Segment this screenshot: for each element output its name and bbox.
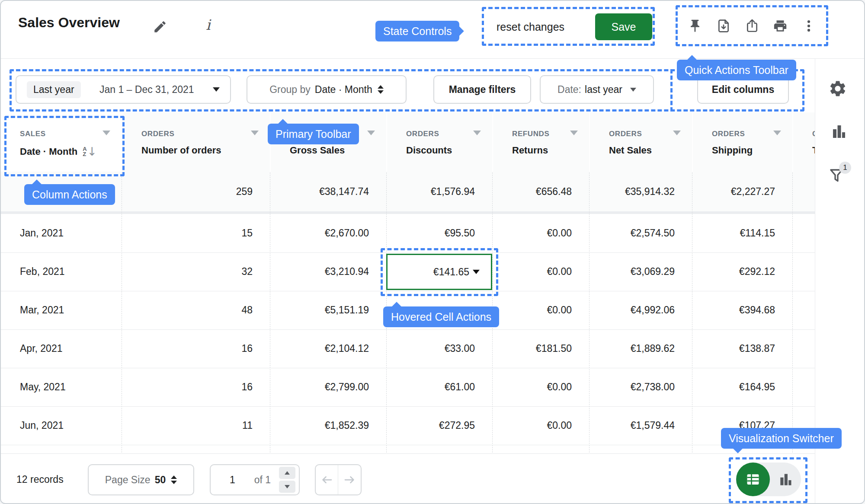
page-decrement-button[interactable] bbox=[279, 481, 295, 493]
table-cell[interactable]: 15 bbox=[122, 214, 270, 252]
hovered-cell[interactable]: €141.65 bbox=[386, 254, 492, 290]
table-view-toggle[interactable] bbox=[736, 463, 770, 496]
row-label[interactable]: May, 2021 bbox=[20, 368, 66, 406]
table-cell[interactable]: 16 bbox=[122, 368, 270, 406]
column-menu-caret-icon[interactable] bbox=[673, 131, 681, 135]
table-cell[interactable]: €1,852.39 bbox=[270, 406, 386, 445]
row-label[interactable]: Feb, 2021 bbox=[20, 252, 65, 291]
column-header-8[interactable]: CT bbox=[792, 112, 815, 172]
page-number-control: 1 of 1 bbox=[210, 464, 300, 495]
column-header-2[interactable]: ORDERSNumber of orders bbox=[122, 112, 270, 172]
table-cell[interactable]: €114.15 bbox=[692, 214, 792, 252]
table-cell[interactable]: €0.00 bbox=[492, 368, 589, 406]
report-window: Sales Overview i State Controls reset ch… bbox=[0, 0, 865, 504]
column-menu-caret-icon[interactable] bbox=[367, 131, 375, 135]
primary-toolbar-annotation-label: Primary Toolbar bbox=[268, 124, 359, 144]
next-page-button[interactable] bbox=[338, 465, 361, 494]
chart-view-toggle[interactable] bbox=[778, 472, 793, 489]
footer-divider bbox=[1, 453, 815, 454]
table-cell[interactable]: €0.00 bbox=[492, 214, 589, 252]
table-cell[interactable]: €33.00 bbox=[386, 329, 492, 368]
visualization-switcher bbox=[736, 463, 801, 496]
table-cell[interactable]: €138.87 bbox=[692, 329, 792, 368]
column-actions-annotation-label: Column Actions bbox=[24, 184, 115, 205]
table-cell[interactable]: 48 bbox=[122, 291, 270, 329]
reset-changes-button[interactable]: reset changes bbox=[497, 20, 564, 33]
cell-actions-caret-icon[interactable] bbox=[473, 270, 480, 274]
table-cell[interactable]: €3,069.29 bbox=[589, 252, 692, 291]
table-icon bbox=[745, 471, 761, 488]
summary-cell: €38,147.74 bbox=[270, 172, 386, 211]
table-cell[interactable]: €292.12 bbox=[692, 252, 792, 291]
table-cell[interactable]: 11 bbox=[122, 406, 270, 445]
column-name: Number of orders bbox=[141, 145, 221, 156]
column-header-4[interactable]: ORDERSDiscounts bbox=[386, 112, 492, 172]
more-vertical-icon[interactable] bbox=[801, 19, 816, 33]
column-separator bbox=[792, 172, 793, 453]
table-cell[interactable]: €181.50 bbox=[492, 329, 589, 368]
quick-actions-toolbar bbox=[676, 5, 828, 46]
column-menu-caret-icon[interactable] bbox=[473, 131, 481, 135]
table-cell[interactable]: €2,574.50 bbox=[589, 214, 692, 252]
edit-title-button[interactable] bbox=[151, 18, 169, 35]
row-label[interactable]: Apr, 2021 bbox=[20, 329, 62, 368]
table-cell[interactable]: €0.00 bbox=[492, 252, 589, 291]
table-cell[interactable]: €2,670.00 bbox=[270, 214, 386, 252]
page-increment-button[interactable] bbox=[279, 467, 295, 479]
share-icon[interactable] bbox=[745, 19, 759, 33]
sort-az-icon[interactable]: AZ↓ bbox=[83, 145, 97, 158]
table-cell[interactable]: €5,151.19 bbox=[270, 291, 386, 329]
table-cell[interactable]: €3,210.94 bbox=[270, 252, 386, 291]
row-label[interactable]: Mar, 2021 bbox=[20, 291, 64, 329]
table-cell[interactable]: €394.68 bbox=[692, 291, 792, 329]
annotation-text: Visualization Switcher bbox=[729, 432, 834, 444]
column-menu-caret-icon[interactable] bbox=[773, 131, 781, 135]
table-cell[interactable]: €1,579.44 bbox=[589, 406, 692, 445]
settings-button[interactable] bbox=[828, 79, 848, 99]
page-of-label: of 1 bbox=[254, 474, 271, 486]
previous-page-button[interactable] bbox=[316, 465, 338, 494]
chart-view-button[interactable] bbox=[830, 123, 848, 141]
column-menu-caret-icon[interactable] bbox=[103, 131, 110, 135]
table-cell[interactable]: €4,992.06 bbox=[589, 291, 692, 329]
table-cell[interactable]: €2,799.00 bbox=[270, 368, 386, 406]
column-header-7[interactable]: ORDERSShipping bbox=[692, 112, 792, 172]
annotation-text: Column Actions bbox=[32, 188, 107, 201]
table-cell[interactable]: €0.00 bbox=[492, 406, 589, 445]
column-header-5[interactable]: REFUNDSReturns bbox=[492, 112, 589, 172]
date-range-picker[interactable]: Last year Jan 1 – Dec 31, 2021 bbox=[16, 75, 231, 104]
group-by-select[interactable]: Group by Date · Month bbox=[247, 75, 407, 104]
table-cell[interactable]: €95.50 bbox=[386, 214, 492, 252]
save-button[interactable]: Save bbox=[595, 13, 652, 40]
table-cell[interactable]: €61.00 bbox=[386, 368, 492, 406]
row-label[interactable]: Jan, 2021 bbox=[20, 214, 64, 252]
table-cell[interactable]: €2,104.12 bbox=[270, 329, 386, 368]
chevron-down-icon bbox=[213, 87, 220, 92]
table-cell[interactable]: €2,738.00 bbox=[589, 368, 692, 406]
manage-filters-button[interactable]: Manage filters bbox=[433, 75, 531, 104]
chevron-down-icon bbox=[630, 88, 636, 92]
date-filter-dropdown[interactable]: Date: last year bbox=[540, 75, 654, 104]
state-controls-annotation-label: State Controls bbox=[375, 21, 459, 41]
row-label[interactable]: Jun, 2021 bbox=[20, 406, 64, 445]
column-header-6[interactable]: ORDERSNet Sales bbox=[589, 112, 692, 172]
export-download-icon[interactable] bbox=[716, 19, 731, 33]
table-cell[interactable]: €272.95 bbox=[386, 406, 492, 445]
column-menu-caret-icon[interactable] bbox=[251, 131, 259, 135]
table-cell[interactable]: 32 bbox=[122, 252, 270, 291]
table-cell[interactable]: €0.00 bbox=[492, 291, 589, 329]
print-icon[interactable] bbox=[773, 19, 788, 33]
annotation-text: Hovered Cell Actions bbox=[391, 311, 491, 323]
pin-icon[interactable] bbox=[688, 19, 702, 33]
page-number-input[interactable]: 1 bbox=[230, 474, 235, 486]
column-menu-caret-icon[interactable] bbox=[570, 131, 578, 135]
date-range-value: Jan 1 – Dec 31, 2021 bbox=[99, 84, 194, 96]
table-cell[interactable]: €164.95 bbox=[692, 368, 792, 406]
column-header-1[interactable]: SALESDate · MonthAZ↓ bbox=[1, 112, 122, 172]
info-icon[interactable]: i bbox=[206, 16, 211, 33]
arrow-left-icon bbox=[320, 473, 333, 486]
page-size-select[interactable]: Page Size 50 bbox=[88, 464, 194, 495]
table-cell[interactable]: 16 bbox=[122, 329, 270, 368]
pencil-icon bbox=[153, 19, 167, 34]
table-cell[interactable]: €1,889.62 bbox=[589, 329, 692, 368]
